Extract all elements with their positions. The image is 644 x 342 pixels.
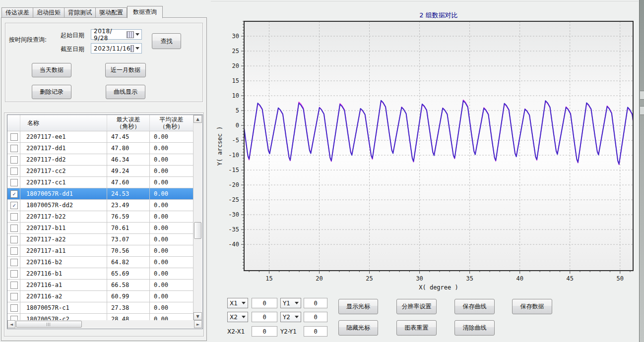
resolution-settings-button[interactable]: 分辨率设置 xyxy=(396,299,437,314)
row-avg-error: 0.00 xyxy=(150,234,193,245)
month-data-button[interactable]: 近一月数据 xyxy=(105,63,146,77)
save-curve-button[interactable]: 保存曲线 xyxy=(454,299,495,314)
row-max-error: 28.48 xyxy=(107,314,150,321)
table-row[interactable]: 2207117-a1170.560.00 xyxy=(7,245,193,257)
search-button[interactable]: 查找 xyxy=(152,33,181,49)
curve-display-button[interactable]: 曲线显示 xyxy=(106,85,145,99)
end-date-picker[interactable]: 2023/11/16 xyxy=(91,43,142,54)
row-checkbox[interactable] xyxy=(10,293,18,300)
table-row[interactable]: 2207116-b264.820.00 xyxy=(7,257,193,268)
table-row[interactable]: 18070057R-c228.480.00 xyxy=(7,314,193,321)
clear-curve-button[interactable]: 清除曲线 xyxy=(454,320,495,336)
x-tick-label: 20 xyxy=(316,275,322,282)
x1-cursor-select[interactable]: X1 xyxy=(227,298,248,308)
tab-backlash-test[interactable]: 背隙测试 xyxy=(64,7,96,18)
row-name: 18070057R-dd1 xyxy=(20,188,107,199)
row-avg-error: 0.00 xyxy=(150,314,193,321)
today-data-button[interactable]: 当天数据 xyxy=(32,63,71,77)
start-date-value: 2018/ 9/28 xyxy=(91,28,127,42)
x2-value-field[interactable]: 0 xyxy=(252,312,277,322)
calendar-icon[interactable] xyxy=(127,31,134,38)
table-hscrollbar[interactable]: ◄ ► xyxy=(7,320,202,328)
chart-reset-button[interactable]: 图表重置 xyxy=(396,320,437,336)
scroll-up-icon[interactable]: ▲ xyxy=(193,115,202,123)
tab-drive-config[interactable]: 驱动配置 xyxy=(95,7,127,18)
table-row[interactable]: 2207117-b2276.590.00 xyxy=(7,211,193,223)
y-tick-label: -25 xyxy=(228,196,239,203)
scroll-right-icon[interactable]: ► xyxy=(194,320,202,328)
chevron-down-icon xyxy=(295,316,299,318)
row-checkbox[interactable] xyxy=(10,145,18,152)
table-row[interactable]: 2207117-ee147.450.00 xyxy=(7,131,193,143)
table-row[interactable]: 2207117-dd246.340.00 xyxy=(7,154,193,166)
row-checkbox-checked[interactable]: ✓ xyxy=(10,190,18,198)
table-row[interactable]: 2207117-cc147.600.00 xyxy=(7,177,193,188)
chevron-down-icon[interactable] xyxy=(135,47,139,50)
hscroll-thumb[interactable] xyxy=(16,321,82,328)
tab-transmission-error[interactable]: 传达误差 xyxy=(1,7,33,18)
tab-startup-torque[interactable]: 启动扭矩 xyxy=(33,7,64,18)
row-checkbox[interactable] xyxy=(10,259,18,266)
window-edge-scrollbar[interactable] xyxy=(639,0,644,342)
y-tick-label: -40 xyxy=(228,241,239,248)
y2-value-field[interactable]: 0 xyxy=(304,312,327,322)
table-row[interactable]: 2207116-a166.580.00 xyxy=(7,280,193,291)
row-avg-error: 0.00 xyxy=(150,211,193,222)
table-row[interactable]: ✓18070057R-dd124.530.00 xyxy=(7,188,193,200)
row-checkbox[interactable] xyxy=(10,213,18,221)
row-name: 2207116-a1 xyxy=(20,280,107,290)
table-row[interactable]: 2207116-a260.990.00 xyxy=(7,291,193,302)
vscroll-thumb[interactable] xyxy=(194,222,201,239)
edge-notch xyxy=(640,106,644,115)
table-vscrollbar[interactable]: ▲ ▼ xyxy=(193,115,202,320)
scroll-down-icon[interactable]: ▼ xyxy=(193,312,202,320)
y-tick-label: -20 xyxy=(228,181,239,188)
start-date-picker[interactable]: 2018/ 9/28 xyxy=(91,29,142,40)
scroll-left-icon[interactable]: ◄ xyxy=(7,320,15,328)
row-checkbox[interactable] xyxy=(10,270,18,278)
comparison-chart: 1520253035404550302520151050-5-10-15-20-… xyxy=(213,0,640,293)
y1-cursor-select[interactable]: Y1 xyxy=(280,298,301,308)
row-checkbox[interactable] xyxy=(10,168,18,175)
delete-record-button[interactable]: 删除记录 xyxy=(32,85,71,99)
table-row[interactable]: ✓18070057R-dd223.490.00 xyxy=(7,200,193,211)
table-header: 名称 最大误差（角秒） 平均误差（角秒） xyxy=(7,115,193,131)
row-checkbox[interactable] xyxy=(10,156,18,164)
results-table: 名称 最大误差（角秒） 平均误差（角秒） 2207117-ee147.450.0… xyxy=(7,114,203,329)
table-row[interactable]: 2207116-b165.690.00 xyxy=(7,268,193,280)
row-checkbox[interactable] xyxy=(10,133,18,141)
y-tick-label: -10 xyxy=(228,152,239,159)
name-column-header[interactable]: 名称 xyxy=(27,119,39,127)
row-checkbox[interactable] xyxy=(10,179,18,186)
x1-value-field[interactable]: 0 xyxy=(252,298,277,308)
row-checkbox[interactable] xyxy=(10,236,18,243)
chevron-down-icon[interactable] xyxy=(135,33,139,36)
avg-error-column-header[interactable]: 平均误差（角秒） xyxy=(150,116,193,130)
show-cursor-button[interactable]: 显示光标 xyxy=(338,299,378,314)
dy-value-field[interactable]: 0 xyxy=(304,326,327,337)
x2-cursor-select[interactable]: X2 xyxy=(227,312,248,322)
row-checkbox[interactable] xyxy=(10,282,18,289)
row-checkbox[interactable] xyxy=(10,304,18,312)
y-tick-label: 15 xyxy=(232,77,239,84)
tab-data-query[interactable]: 数据查询 xyxy=(127,6,163,18)
row-checkbox-checked[interactable]: ✓ xyxy=(10,202,18,209)
table-row[interactable]: 2207117-b1170.610.00 xyxy=(7,223,193,234)
chevron-down-icon xyxy=(242,302,246,304)
table-row[interactable]: 18070057R-c127.380.00 xyxy=(7,302,193,314)
save-data-button[interactable]: 保存数据 xyxy=(512,299,552,314)
y1-value-field[interactable]: 0 xyxy=(304,298,327,308)
table-row[interactable]: 2207117-a2273.070.00 xyxy=(7,234,193,245)
table-row[interactable]: 2207117-cc249.240.00 xyxy=(7,166,193,177)
row-avg-error: 0.00 xyxy=(150,280,193,290)
row-name: 2207117-dd2 xyxy=(20,154,107,165)
dx-value-field[interactable]: 0 xyxy=(252,326,277,337)
chevron-down-icon xyxy=(295,302,299,304)
hide-cursor-button[interactable]: 隐藏光标 xyxy=(338,320,378,336)
max-error-column-header[interactable]: 最大误差（角秒） xyxy=(107,116,149,130)
calendar-icon[interactable] xyxy=(130,45,134,52)
row-checkbox[interactable] xyxy=(10,247,18,255)
table-row[interactable]: 2207117-dd147.800.00 xyxy=(7,143,193,154)
row-checkbox[interactable] xyxy=(10,225,18,232)
y2-cursor-select[interactable]: Y2 xyxy=(280,312,301,322)
